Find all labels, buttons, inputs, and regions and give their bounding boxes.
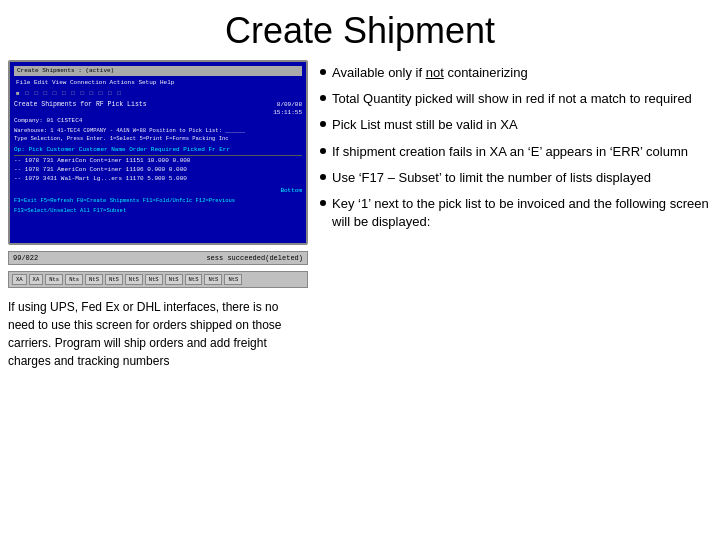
taskbar-item[interactable]: NtS (224, 274, 242, 285)
table-area: Op: Pick Customer Customer Name Order Re… (14, 146, 302, 182)
bullet-text-4: If shipment creation fails in XA an ‘E’ … (332, 143, 688, 161)
bullet-dot (320, 174, 326, 180)
taskbar: XA XA Nts Nts NtS NtS NtS NtS NtS NtS Nt… (8, 271, 308, 288)
status-right: sess succeeded(deleted) (206, 254, 303, 262)
bullet-item-2: Total Quantity picked will show in red i… (320, 90, 712, 108)
bullet-item-3: Pick List must still be valid in XA (320, 116, 712, 134)
left-panel: Create Shipments : (active) File Edit Vi… (8, 60, 308, 374)
function-keys-1: F3=Exit F5=Refresh F8=Create Shipments F… (14, 197, 302, 205)
terminal-bottom: Bottom (14, 187, 302, 195)
type-line: Type Selection, Press Enter. 1=Select 5=… (14, 135, 302, 142)
page-title: Create Shipment (0, 0, 720, 60)
bullet-text-2: Total Quantity picked will show in red i… (332, 90, 692, 108)
bullet-item-4: If shipment creation fails in XA an ‘E’ … (320, 143, 712, 161)
right-panel: Available only if not containerizing Tot… (316, 60, 712, 374)
function-keys-2: F13=Select/Unselect All F17=Subset (14, 207, 302, 215)
terminal-menu-bar: File Edit View Connection Actions Setup … (14, 78, 302, 88)
taskbar-item[interactable]: NtS (105, 274, 123, 285)
taskbar-item[interactable]: NtS (165, 274, 183, 285)
terminal-screen-title: Create Shipments for RF Pick Lists (14, 101, 147, 116)
taskbar-item[interactable]: NtS (85, 274, 103, 285)
col-header: Op: Pick Customer Customer Name Order Re… (14, 146, 302, 155)
taskbar-item[interactable]: XA (29, 274, 44, 285)
bullet-dot (320, 121, 326, 127)
taskbar-item[interactable]: NtS (125, 274, 143, 285)
company-line: Company: 01 C1STEC4 (14, 117, 302, 125)
status-bar: 99/022 sess succeeded(deleted) (8, 251, 308, 265)
table-row: -- 1078 731 AmeriCon Cont=iner 11151 10.… (14, 157, 302, 165)
warehouse-line: Warehouse: 1 41-TEC4 C0MPANY - 4A1N W=88… (14, 127, 302, 134)
table-row: -- 1078 731 AmeriCon Cont=iner 11106 0.0… (14, 166, 302, 174)
bullet-item-1: Available only if not containerizing (320, 64, 712, 82)
taskbar-item[interactable]: NtS (204, 274, 222, 285)
terminal-title: Create Shipments : (active) (17, 67, 114, 75)
taskbar-item[interactable]: Nts (45, 274, 63, 285)
bullet-dot (320, 148, 326, 154)
terminal-screen: Create Shipments : (active) File Edit Vi… (8, 60, 308, 245)
bullet-item-6: Key ‘1’ next to the pick list to be invo… (320, 195, 712, 231)
main-content: Create Shipments : (active) File Edit Vi… (0, 60, 720, 374)
underline-not: not (426, 65, 444, 80)
caption-text: If using UPS, Fed Ex or DHL interfaces, … (8, 294, 308, 374)
taskbar-item[interactable]: NtS (145, 274, 163, 285)
bullet-text-3: Pick List must still be valid in XA (332, 116, 518, 134)
bullet-list: Available only if not containerizing Tot… (320, 64, 712, 231)
bullet-dot (320, 95, 326, 101)
terminal-toolbar: ■ □ □ □ □ □ □ □ □ □ □ □ (14, 89, 302, 99)
bullet-text-6: Key ‘1’ next to the pick list to be invo… (332, 195, 712, 231)
terminal-title-bar: Create Shipments : (active) (14, 66, 302, 76)
taskbar-item[interactable]: XA (12, 274, 27, 285)
table-row: -- 1079 3431 Wal-Mart Lg...ers 11170 5.0… (14, 175, 302, 183)
bullet-dot (320, 200, 326, 206)
bullet-item-5: Use ‘F17 – Subset’ to limit the number o… (320, 169, 712, 187)
bullet-dot (320, 69, 326, 75)
status-left: 99/022 (13, 254, 38, 262)
bullet-text-1: Available only if not containerizing (332, 64, 528, 82)
bullet-text-5: Use ‘F17 – Subset’ to limit the number o… (332, 169, 651, 187)
taskbar-item[interactable]: Nts (65, 274, 83, 285)
taskbar-item[interactable]: NtS (185, 274, 203, 285)
